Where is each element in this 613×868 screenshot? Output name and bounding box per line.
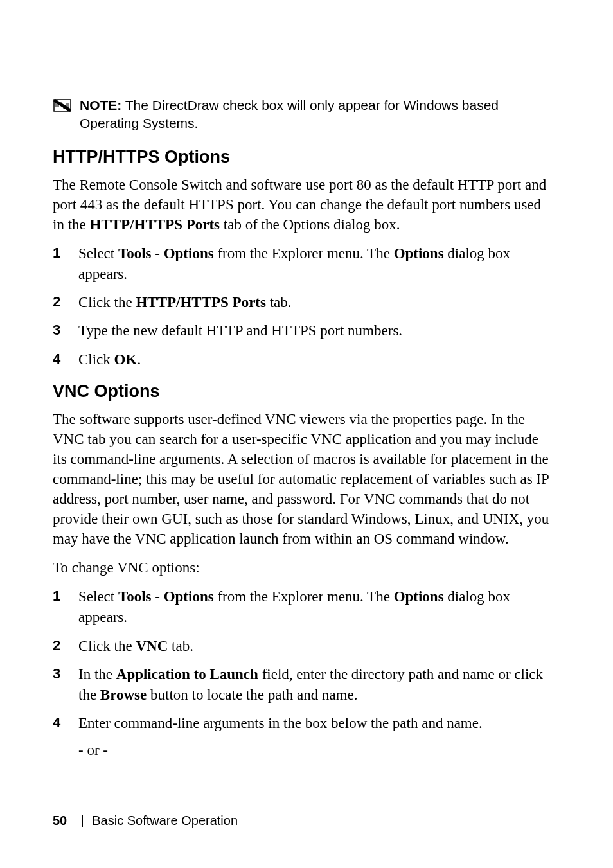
text-bold: Tools - Options <box>118 589 214 605</box>
section2-steps: Select Tools - Options from the Explorer… <box>53 587 555 761</box>
text: button to locate the path and name. <box>147 687 357 703</box>
note-label: NOTE: <box>80 98 121 112</box>
text: In the <box>78 666 116 682</box>
text: Click <box>78 351 114 368</box>
text: Type the new default HTTP and HTTPS port… <box>78 323 402 339</box>
footer: 50 Basic Software Operation <box>53 813 238 828</box>
text: from the Explorer menu. The <box>214 245 394 261</box>
text: Click the <box>78 294 136 310</box>
text-bold: Options <box>394 589 444 605</box>
page: NOTE: The DirectDraw check box will only… <box>0 0 613 868</box>
text: Enter command-line arguments in the box … <box>78 715 483 731</box>
text-bold: Tools - Options <box>118 245 214 261</box>
step: Enter command-line arguments in the box … <box>53 713 555 761</box>
heading-vnc-options: VNC Options <box>53 382 555 402</box>
text-bold: Application to Launch <box>116 666 258 682</box>
text: tab. <box>266 294 292 310</box>
page-number: 50 <box>53 813 67 828</box>
text: Select <box>78 589 118 605</box>
section2-intro: The software supports user-defined VNC v… <box>53 409 555 549</box>
text: tab. <box>168 638 193 654</box>
step: Type the new default HTTP and HTTPS port… <box>53 321 555 341</box>
text-bold: HTTP/HTTPS Ports <box>90 217 220 233</box>
or-text: - or - <box>78 740 555 761</box>
text-bold: OK <box>114 351 138 368</box>
footer-title: Basic Software Operation <box>92 813 238 828</box>
step: Click the VNC tab. <box>53 636 555 657</box>
text: tab of the Options dialog box. <box>220 217 400 233</box>
footer-separator <box>82 815 83 827</box>
text: from the Explorer menu. The <box>214 589 394 605</box>
note-icon <box>53 98 72 113</box>
section1-intro: The Remote Console Switch and software u… <box>53 175 555 235</box>
text-bold: VNC <box>136 638 168 654</box>
note-content: The DirectDraw check box will only appea… <box>80 98 499 130</box>
note-text: NOTE: The DirectDraw check box will only… <box>80 96 555 133</box>
text-bold: Options <box>394 245 444 261</box>
text: . <box>137 351 141 368</box>
section2-lead: To change VNC options: <box>53 558 555 578</box>
note-block: NOTE: The DirectDraw check box will only… <box>53 96 555 133</box>
step: Click the HTTP/HTTPS Ports tab. <box>53 292 555 313</box>
step: Click OK. <box>53 350 555 370</box>
step: In the Application to Launch field, ente… <box>53 664 555 705</box>
step: Select Tools - Options from the Explorer… <box>53 587 555 628</box>
text-bold: Browse <box>100 687 147 703</box>
text: Select <box>78 245 118 261</box>
section1-steps: Select Tools - Options from the Explorer… <box>53 244 555 370</box>
text: Click the <box>78 638 136 654</box>
heading-http-https-options: HTTP/HTTPS Options <box>53 147 555 167</box>
text-bold: HTTP/HTTPS Ports <box>136 294 266 310</box>
step: Select Tools - Options from the Explorer… <box>53 244 555 285</box>
